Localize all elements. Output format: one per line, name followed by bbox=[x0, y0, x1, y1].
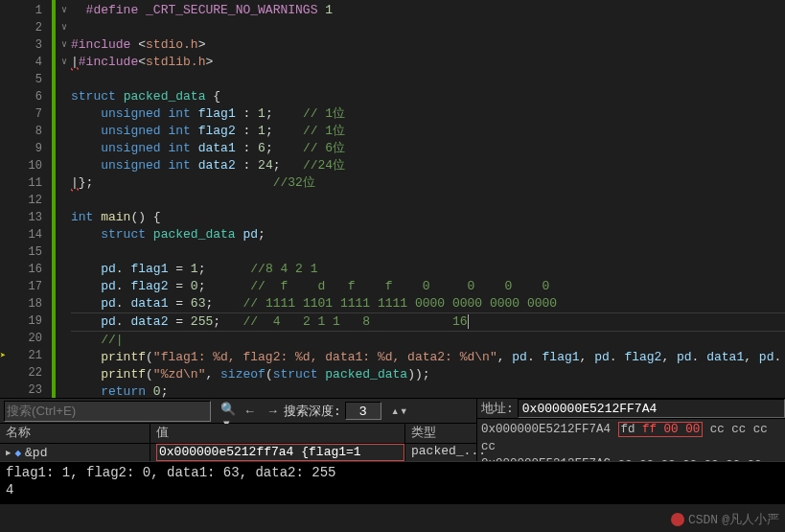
breakpoint-slot[interactable] bbox=[0, 105, 13, 123]
console-line: 4 bbox=[6, 482, 13, 497]
nav-back-icon[interactable]: ← bbox=[238, 401, 261, 422]
breakpoint-slot[interactable] bbox=[0, 312, 13, 330]
output-console[interactable]: flag1: 1, flag2: 0, data1: 63, data2: 25… bbox=[0, 461, 785, 504]
console-line: flag1: 1, flag2: 0, data1: 63, data2: 25… bbox=[6, 465, 335, 480]
code-line[interactable]: pd. data2 = 255; // 4 2 1 1 8 16 bbox=[71, 312, 785, 332]
watch-row[interactable]: ▶◆&pd0x000000e5212ff7a4 {flag1=1 fl...pa… bbox=[0, 444, 476, 461]
code-line[interactable]: unsigned int data1 : 6; // 6位 bbox=[71, 140, 785, 157]
code-line[interactable]: #include <stdio.h> bbox=[71, 36, 785, 54]
fold-icon[interactable]: ∨ bbox=[58, 36, 71, 54]
code-editor[interactable]: ➤ 1234567891011121314151617181920212223 … bbox=[0, 0, 785, 398]
code-line[interactable]: return 0; bbox=[71, 383, 785, 398]
breakpoint-slot[interactable] bbox=[0, 88, 13, 105]
breakpoint-slot[interactable] bbox=[0, 192, 13, 209]
breakpoint-slot[interactable] bbox=[0, 330, 13, 347]
line-number: 3 bbox=[13, 36, 42, 54]
code-line[interactable]: |#include<stdlib.h> bbox=[71, 54, 785, 71]
code-line[interactable] bbox=[71, 19, 785, 36]
search-icon[interactable]: 🔍▾ bbox=[215, 401, 238, 422]
code-line[interactable]: printf("flag1: %d, flag2: %d, data1: %d,… bbox=[71, 349, 785, 366]
fold-icon[interactable]: ∨ bbox=[58, 2, 71, 19]
line-number: 6 bbox=[13, 88, 42, 105]
breakpoint-slot[interactable] bbox=[0, 364, 13, 382]
line-number: 8 bbox=[13, 123, 42, 140]
code-line[interactable]: #define _CRT_SECURE_NO_WARNINGS 1 bbox=[71, 2, 785, 19]
line-number: 5 bbox=[13, 71, 42, 88]
code-line[interactable]: struct packed_data { bbox=[71, 88, 785, 105]
breakpoint-slot[interactable] bbox=[0, 243, 13, 261]
variable-icon: ◆ bbox=[14, 447, 21, 459]
code-line[interactable]: pd. data1 = 63; // 1111 1101 1111 1111 0… bbox=[71, 295, 785, 312]
expand-icon[interactable]: ▶ bbox=[6, 448, 11, 458]
breakpoint-slot[interactable] bbox=[0, 278, 13, 295]
breakpoint-slot[interactable] bbox=[0, 209, 13, 226]
line-number: 17 bbox=[13, 278, 42, 295]
breakpoint-slot[interactable] bbox=[0, 2, 13, 19]
debug-panels: 🔍▾ ← → 搜索深度: ▲▼ 名称 值 类型 ▶◆&pd0x000000e52… bbox=[0, 398, 785, 461]
search-input[interactable] bbox=[4, 401, 211, 422]
breakpoint-slot[interactable] bbox=[0, 71, 13, 88]
code-line[interactable]: pd. flag1 = 1; //8 4 2 1 bbox=[71, 261, 785, 278]
watch-header: 名称 值 类型 bbox=[0, 424, 476, 444]
code-line[interactable] bbox=[71, 243, 785, 261]
watch-value: 0x000000e5212ff7a4 {flag1=1 fl... bbox=[156, 444, 404, 461]
code-area[interactable]: #define _CRT_SECURE_NO_WARNINGS 1#includ… bbox=[71, 0, 785, 398]
line-number: 23 bbox=[13, 382, 42, 398]
breakpoint-slot[interactable] bbox=[0, 174, 13, 192]
breakpoint-slot[interactable] bbox=[0, 36, 13, 54]
line-number: 19 bbox=[13, 312, 42, 330]
line-number: 10 bbox=[13, 157, 42, 174]
breakpoint-slot[interactable] bbox=[0, 19, 13, 36]
depth-spinner-icon[interactable]: ▲▼ bbox=[385, 401, 408, 422]
breakpoint-slot[interactable] bbox=[0, 226, 13, 243]
col-name: 名称 bbox=[0, 424, 150, 443]
watch-table[interactable]: 名称 值 类型 ▶◆&pd0x000000e5212ff7a4 {flag1=1… bbox=[0, 424, 476, 461]
line-number: 12 bbox=[13, 192, 42, 209]
code-line[interactable]: struct packed_data pd; bbox=[71, 226, 785, 243]
breakpoint-slot[interactable] bbox=[0, 261, 13, 278]
breakpoint-slot[interactable]: ➤ bbox=[0, 347, 13, 364]
breakpoint-slot[interactable] bbox=[0, 123, 13, 140]
code-line[interactable]: printf("%zd\n", sizeof(struct packed_dat… bbox=[71, 366, 785, 383]
line-number: 22 bbox=[13, 364, 42, 382]
line-number: 11 bbox=[13, 174, 42, 192]
line-number: 2 bbox=[13, 19, 42, 36]
nav-fwd-icon[interactable]: → bbox=[261, 401, 284, 422]
line-number: 21 bbox=[13, 347, 42, 364]
line-number: 4 bbox=[13, 54, 42, 71]
breakpoint-slot[interactable] bbox=[0, 157, 13, 174]
depth-label: 搜索深度: bbox=[284, 403, 341, 420]
fold-icon[interactable]: ∨ bbox=[58, 54, 71, 71]
breakpoint-slot[interactable] bbox=[0, 140, 13, 157]
address-input[interactable] bbox=[518, 399, 785, 418]
breakpoint-slot[interactable] bbox=[0, 382, 13, 398]
code-line[interactable]: unsigned int flag1 : 1; // 1位 bbox=[71, 105, 785, 123]
code-line[interactable]: unsigned int flag2 : 1; // 1位 bbox=[71, 123, 785, 140]
depth-input[interactable] bbox=[345, 402, 381, 420]
watermark-user: @凡人小严 bbox=[722, 511, 779, 528]
code-line[interactable]: int main() { bbox=[71, 209, 785, 226]
code-line[interactable]: unsigned int data2 : 24; //24位 bbox=[71, 157, 785, 174]
fold-icon[interactable]: ∨ bbox=[58, 19, 71, 36]
code-line[interactable] bbox=[71, 192, 785, 209]
breakpoint-slot[interactable] bbox=[0, 54, 13, 71]
line-number: 18 bbox=[13, 295, 42, 312]
fold-gutter[interactable]: ∨∨∨∨ bbox=[58, 0, 71, 398]
watch-panel: 🔍▾ ← → 搜索深度: ▲▼ 名称 值 类型 ▶◆&pd0x000000e52… bbox=[0, 399, 477, 461]
col-value: 值 bbox=[150, 424, 405, 443]
watermark: CSDN @凡人小严 bbox=[671, 511, 779, 528]
code-line[interactable]: pd. flag2 = 0; // f d f f 0 0 0 0 bbox=[71, 278, 785, 295]
memory-toolbar: 地址: bbox=[477, 399, 785, 419]
watch-type: packed_... bbox=[405, 444, 476, 461]
line-number: 1 bbox=[13, 2, 42, 19]
code-line[interactable]: //| bbox=[71, 332, 785, 349]
line-number: 13 bbox=[13, 209, 42, 226]
memory-row: 0x000000E5212FF7A4 fd ff 00 00 cc cc cc … bbox=[481, 421, 781, 455]
watch-toolbar: 🔍▾ ← → 搜索深度: ▲▼ bbox=[0, 399, 476, 424]
breakpoint-gutter[interactable]: ➤ bbox=[0, 0, 13, 398]
code-line[interactable] bbox=[71, 71, 785, 88]
line-number: 16 bbox=[13, 261, 42, 278]
code-line[interactable]: |}; //32位 bbox=[71, 174, 785, 192]
watermark-site: CSDN bbox=[688, 513, 718, 527]
breakpoint-slot[interactable] bbox=[0, 295, 13, 312]
